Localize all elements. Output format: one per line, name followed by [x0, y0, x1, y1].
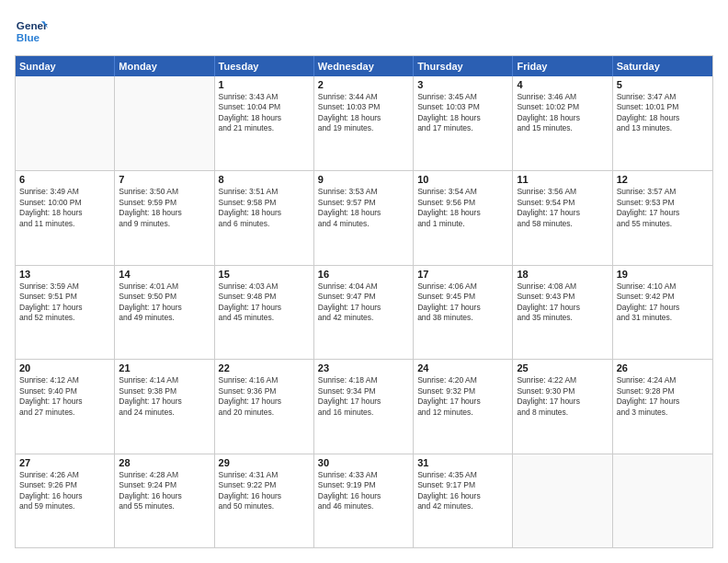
cell-info-text: Sunrise: 4:20 AM Sunset: 9:32 PM Dayligh…	[417, 375, 508, 418]
cell-info-text: Sunrise: 4:06 AM Sunset: 9:45 PM Dayligh…	[417, 282, 508, 324]
cell-info-text: Sunrise: 4:24 AM Sunset: 9:28 PM Dayligh…	[617, 375, 709, 418]
cell-info-text: Sunrise: 4:01 AM Sunset: 9:50 PM Dayligh…	[119, 282, 210, 324]
calendar-cell: 4Sunrise: 3:46 AM Sunset: 10:02 PM Dayli…	[513, 76, 612, 170]
weekday-header-tuesday: Tuesday	[215, 56, 314, 76]
day-number: 8	[219, 174, 310, 185]
day-number: 25	[517, 362, 608, 373]
calendar-cell	[16, 76, 115, 170]
cell-info-text: Sunrise: 4:08 AM Sunset: 9:43 PM Dayligh…	[517, 282, 608, 324]
weekday-header-saturday: Saturday	[613, 56, 712, 76]
calendar-cell: 30Sunrise: 4:33 AM Sunset: 9:19 PM Dayli…	[314, 454, 414, 547]
day-number: 2	[318, 79, 409, 90]
cell-info-text: Sunrise: 4:12 AM Sunset: 9:40 PM Dayligh…	[19, 375, 110, 418]
cell-info-text: Sunrise: 3:45 AM Sunset: 10:03 PM Daylig…	[417, 92, 508, 134]
logo: General Blue	[15, 15, 48, 48]
calendar-cell: 11Sunrise: 3:56 AM Sunset: 9:54 PM Dayli…	[513, 171, 612, 264]
cell-info-text: Sunrise: 4:35 AM Sunset: 9:17 PM Dayligh…	[417, 470, 508, 512]
calendar-header: SundayMondayTuesdayWednesdayThursdayFrid…	[16, 56, 712, 76]
day-number: 3	[417, 79, 508, 90]
day-number: 10	[417, 174, 508, 185]
weekday-header-monday: Monday	[115, 56, 214, 76]
calendar-week-5: 27Sunrise: 4:26 AM Sunset: 9:26 PM Dayli…	[16, 454, 712, 547]
calendar-cell: 3Sunrise: 3:45 AM Sunset: 10:03 PM Dayli…	[414, 76, 513, 170]
day-number: 13	[19, 269, 110, 280]
calendar-cell: 27Sunrise: 4:26 AM Sunset: 9:26 PM Dayli…	[16, 454, 115, 547]
calendar-cell	[613, 454, 712, 547]
day-number: 17	[417, 269, 508, 280]
cell-info-text: Sunrise: 3:47 AM Sunset: 10:01 PM Daylig…	[617, 92, 709, 134]
calendar-cell: 29Sunrise: 4:31 AM Sunset: 9:22 PM Dayli…	[215, 454, 314, 547]
svg-text:Blue: Blue	[17, 31, 40, 43]
calendar-cell: 6Sunrise: 3:49 AM Sunset: 10:00 PM Dayli…	[16, 171, 115, 264]
cell-info-text: Sunrise: 4:10 AM Sunset: 9:42 PM Dayligh…	[617, 282, 709, 324]
calendar-week-1: 1Sunrise: 3:43 AM Sunset: 10:04 PM Dayli…	[16, 76, 712, 170]
calendar-cell: 10Sunrise: 3:54 AM Sunset: 9:56 PM Dayli…	[414, 171, 513, 264]
day-number: 11	[517, 174, 608, 185]
cell-info-text: Sunrise: 4:16 AM Sunset: 9:36 PM Dayligh…	[219, 375, 310, 418]
cell-info-text: Sunrise: 4:14 AM Sunset: 9:38 PM Dayligh…	[119, 375, 210, 418]
cell-info-text: Sunrise: 4:03 AM Sunset: 9:48 PM Dayligh…	[219, 282, 310, 324]
weekday-header-wednesday: Wednesday	[314, 56, 414, 76]
day-number: 20	[19, 362, 110, 373]
day-number: 30	[318, 457, 409, 468]
calendar-cell: 24Sunrise: 4:20 AM Sunset: 9:32 PM Dayli…	[414, 360, 513, 453]
cell-info-text: Sunrise: 4:28 AM Sunset: 9:24 PM Dayligh…	[119, 470, 210, 512]
weekday-header-thursday: Thursday	[414, 56, 513, 76]
cell-info-text: Sunrise: 3:43 AM Sunset: 10:04 PM Daylig…	[219, 92, 310, 134]
day-number: 27	[19, 457, 110, 468]
svg-text:General: General	[17, 19, 48, 31]
cell-info-text: Sunrise: 4:04 AM Sunset: 9:47 PM Dayligh…	[318, 282, 409, 324]
cell-info-text: Sunrise: 3:54 AM Sunset: 9:56 PM Dayligh…	[417, 187, 508, 229]
cell-info-text: Sunrise: 4:26 AM Sunset: 9:26 PM Dayligh…	[19, 470, 110, 512]
cell-info-text: Sunrise: 3:51 AM Sunset: 9:58 PM Dayligh…	[219, 187, 310, 229]
cell-info-text: Sunrise: 3:49 AM Sunset: 10:00 PM Daylig…	[19, 187, 110, 229]
cell-info-text: Sunrise: 3:50 AM Sunset: 9:59 PM Dayligh…	[119, 187, 210, 229]
day-number: 22	[219, 362, 310, 373]
logo-icon: General Blue	[15, 15, 48, 48]
calendar-cell: 28Sunrise: 4:28 AM Sunset: 9:24 PM Dayli…	[115, 454, 214, 547]
calendar-cell: 26Sunrise: 4:24 AM Sunset: 9:28 PM Dayli…	[613, 360, 712, 453]
day-number: 23	[318, 362, 409, 373]
calendar-cell: 19Sunrise: 4:10 AM Sunset: 9:42 PM Dayli…	[613, 266, 712, 359]
calendar-cell: 18Sunrise: 4:08 AM Sunset: 9:43 PM Dayli…	[513, 266, 612, 359]
calendar-body: 1Sunrise: 3:43 AM Sunset: 10:04 PM Dayli…	[16, 76, 712, 547]
cell-info-text: Sunrise: 3:53 AM Sunset: 9:57 PM Dayligh…	[318, 187, 409, 229]
day-number: 26	[617, 362, 709, 373]
day-number: 16	[318, 269, 409, 280]
cell-info-text: Sunrise: 3:56 AM Sunset: 9:54 PM Dayligh…	[517, 187, 608, 229]
calendar-cell	[115, 76, 214, 170]
calendar-week-3: 13Sunrise: 3:59 AM Sunset: 9:51 PM Dayli…	[16, 265, 712, 359]
day-number: 6	[19, 174, 110, 185]
cell-info-text: Sunrise: 4:22 AM Sunset: 9:30 PM Dayligh…	[517, 375, 608, 418]
day-number: 19	[617, 269, 709, 280]
calendar-cell: 16Sunrise: 4:04 AM Sunset: 9:47 PM Dayli…	[314, 266, 414, 359]
cell-info-text: Sunrise: 3:59 AM Sunset: 9:51 PM Dayligh…	[19, 282, 110, 324]
day-number: 12	[617, 174, 709, 185]
page: General Blue SundayMondayTuesdayWednesda…	[0, 0, 728, 563]
day-number: 24	[417, 362, 508, 373]
calendar-cell: 7Sunrise: 3:50 AM Sunset: 9:59 PM Daylig…	[115, 171, 214, 264]
day-number: 4	[517, 79, 608, 90]
day-number: 21	[119, 362, 210, 373]
day-number: 15	[219, 269, 310, 280]
calendar-cell: 13Sunrise: 3:59 AM Sunset: 9:51 PM Dayli…	[16, 266, 115, 359]
day-number: 5	[617, 79, 709, 90]
calendar-cell: 22Sunrise: 4:16 AM Sunset: 9:36 PM Dayli…	[215, 360, 314, 453]
day-number: 28	[119, 457, 210, 468]
cell-info-text: Sunrise: 3:44 AM Sunset: 10:03 PM Daylig…	[318, 92, 409, 134]
calendar-cell	[513, 454, 612, 547]
calendar-cell: 20Sunrise: 4:12 AM Sunset: 9:40 PM Dayli…	[16, 360, 115, 453]
calendar-cell: 23Sunrise: 4:18 AM Sunset: 9:34 PM Dayli…	[314, 360, 414, 453]
calendar-week-4: 20Sunrise: 4:12 AM Sunset: 9:40 PM Dayli…	[16, 359, 712, 453]
header: General Blue	[15, 15, 713, 48]
calendar-cell: 25Sunrise: 4:22 AM Sunset: 9:30 PM Dayli…	[513, 360, 612, 453]
calendar-cell: 8Sunrise: 3:51 AM Sunset: 9:58 PM Daylig…	[215, 171, 314, 264]
calendar-cell: 21Sunrise: 4:14 AM Sunset: 9:38 PM Dayli…	[115, 360, 214, 453]
calendar: SundayMondayTuesdayWednesdayThursdayFrid…	[15, 55, 713, 548]
cell-info-text: Sunrise: 4:31 AM Sunset: 9:22 PM Dayligh…	[219, 470, 310, 512]
day-number: 14	[119, 269, 210, 280]
calendar-cell: 31Sunrise: 4:35 AM Sunset: 9:17 PM Dayli…	[414, 454, 513, 547]
calendar-cell: 5Sunrise: 3:47 AM Sunset: 10:01 PM Dayli…	[613, 76, 712, 170]
calendar-cell: 1Sunrise: 3:43 AM Sunset: 10:04 PM Dayli…	[215, 76, 314, 170]
cell-info-text: Sunrise: 3:46 AM Sunset: 10:02 PM Daylig…	[517, 92, 608, 134]
